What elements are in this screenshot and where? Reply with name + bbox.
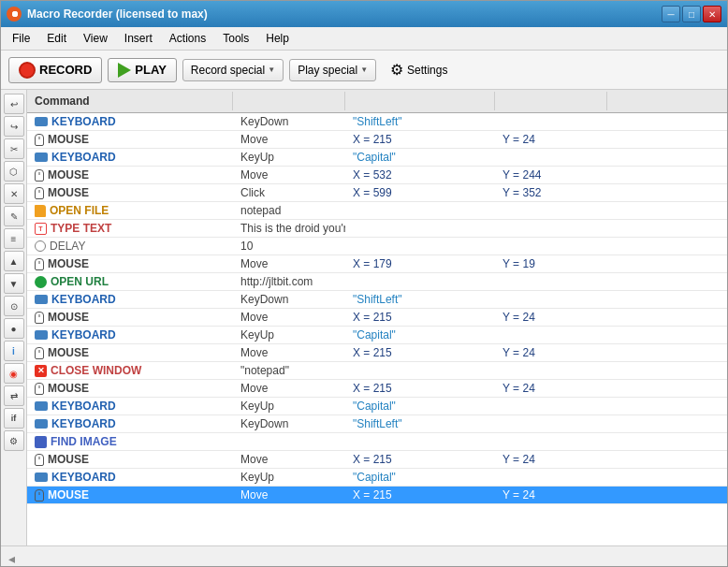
left-tool-redo[interactable]: ↪ bbox=[4, 116, 24, 137]
command-type: MOUSE bbox=[48, 453, 89, 466]
cell-param1: "Capital" bbox=[345, 469, 495, 486]
command-param1: X = 215 bbox=[353, 453, 392, 466]
close-button[interactable]: ✕ bbox=[703, 6, 721, 22]
command-param1: "Capital" bbox=[353, 151, 396, 164]
cell-action: Move bbox=[233, 451, 345, 468]
left-tool-delete[interactable]: ✕ bbox=[4, 183, 24, 204]
command-type: MOUSE bbox=[48, 346, 89, 359]
table-row[interactable]: OPEN FILE notepad bbox=[27, 202, 727, 220]
command-param1: "Capital" bbox=[353, 400, 396, 413]
left-tool-copy[interactable]: ⬡ bbox=[4, 161, 24, 182]
command-type: MOUSE bbox=[48, 488, 89, 502]
gear-icon: ⚙ bbox=[390, 61, 403, 79]
cell-type: MOUSE bbox=[27, 344, 233, 361]
cell-type: MOUSE bbox=[27, 451, 233, 468]
left-tool-prop[interactable]: ≡ bbox=[4, 228, 24, 249]
play-button[interactable]: PLAY bbox=[108, 58, 176, 82]
mouse-icon bbox=[35, 489, 44, 502]
cell-param2 bbox=[495, 433, 607, 450]
menu-view[interactable]: View bbox=[76, 29, 115, 48]
left-tool-down[interactable]: ▼ bbox=[4, 273, 24, 294]
header-param2 bbox=[495, 92, 607, 110]
left-tool-info[interactable]: i bbox=[4, 341, 24, 361]
record-special-dropdown[interactable]: Record special ▼ bbox=[182, 59, 284, 81]
mouse-icon bbox=[35, 134, 44, 146]
maximize-button[interactable]: □ bbox=[682, 6, 701, 22]
cell-param1 bbox=[345, 202, 495, 219]
command-action: notepad bbox=[240, 204, 281, 217]
command-type: CLOSE WINDOW bbox=[51, 364, 141, 377]
table-row[interactable]: KEYBOARD KeyUp "Capital" bbox=[27, 327, 727, 344]
table-row[interactable]: MOUSE Click X = 599 Y = 352 bbox=[27, 184, 727, 202]
menu-actions[interactable]: Actions bbox=[162, 29, 213, 48]
table-row[interactable]: KEYBOARD KeyDown "ShiftLeft" bbox=[27, 113, 727, 131]
cell-action: Move bbox=[233, 309, 345, 326]
settings-button[interactable]: ⚙ Settings bbox=[382, 56, 456, 83]
command-action: KeyDown bbox=[240, 417, 288, 430]
table-row[interactable]: ✕ CLOSE WINDOW "notepad" bbox=[27, 362, 727, 380]
menu-tools[interactable]: Tools bbox=[215, 29, 256, 48]
table-row[interactable]: MOUSE Move X = 215 Y = 24 bbox=[27, 487, 727, 504]
left-tool-settings2[interactable]: ⚙ bbox=[4, 430, 24, 451]
command-type: OPEN FILE bbox=[50, 204, 109, 217]
table-row[interactable]: KEYBOARD KeyDown "ShiftLeft" bbox=[27, 415, 727, 433]
command-param1: X = 179 bbox=[353, 257, 392, 270]
record-label: RECORD bbox=[39, 63, 92, 77]
left-tool-if[interactable]: if bbox=[4, 408, 24, 429]
left-tool-edit[interactable]: ✎ bbox=[4, 206, 24, 226]
keyboard-icon bbox=[35, 153, 48, 162]
left-tool-up[interactable]: ▲ bbox=[4, 251, 24, 271]
table-row[interactable]: DELAY 10 bbox=[27, 238, 727, 255]
left-tool-branch[interactable]: ⇄ bbox=[4, 385, 24, 406]
menu-file[interactable]: File bbox=[5, 29, 37, 48]
command-action: Move bbox=[240, 382, 268, 395]
cell-param1: X = 532 bbox=[345, 167, 495, 183]
table-row[interactable]: KEYBOARD KeyUp "Capital" bbox=[27, 149, 727, 167]
table-row[interactable]: KEYBOARD KeyUp "Capital" bbox=[27, 469, 727, 487]
minimize-button[interactable]: ─ bbox=[662, 6, 680, 22]
table-row[interactable]: MOUSE Move X = 215 Y = 24 bbox=[27, 344, 727, 362]
cell-param2: Y = 24 bbox=[495, 380, 607, 397]
play-special-dropdown[interactable]: Play special ▼ bbox=[289, 59, 376, 81]
record-special-arrow: ▼ bbox=[268, 65, 275, 74]
command-param1: "ShiftLeft" bbox=[353, 115, 402, 128]
cell-action: KeyDown bbox=[233, 291, 345, 308]
command-action: "notepad" bbox=[240, 364, 289, 377]
settings-label: Settings bbox=[407, 64, 447, 77]
table-row[interactable]: KEYBOARD KeyUp "Capital" bbox=[27, 398, 727, 415]
left-tool-undo[interactable]: ↩ bbox=[4, 94, 24, 114]
command-param2: Y = 24 bbox=[502, 311, 535, 324]
menu-help[interactable]: Help bbox=[258, 29, 297, 48]
table-row[interactable]: MOUSE Move X = 215 Y = 24 bbox=[27, 309, 727, 327]
table-row[interactable]: T TYPE TEXT This is the droid you're loo… bbox=[27, 220, 727, 238]
cell-action: Move bbox=[233, 344, 345, 361]
command-param1: "Capital" bbox=[353, 328, 396, 342]
command-type: MOUSE bbox=[48, 311, 89, 324]
cell-action: 10 bbox=[233, 238, 345, 254]
mouse-icon bbox=[35, 169, 44, 182]
left-tool-cut[interactable]: ✂ bbox=[4, 138, 24, 159]
cell-param2 bbox=[495, 469, 607, 486]
cell-type: MOUSE bbox=[27, 184, 233, 201]
command-type: KEYBOARD bbox=[51, 471, 116, 484]
left-tool-record-step[interactable]: ⊙ bbox=[4, 296, 24, 316]
table-row[interactable]: MOUSE Move X = 532 Y = 244 bbox=[27, 167, 727, 184]
menu-insert[interactable]: Insert bbox=[117, 29, 160, 48]
table-row[interactable]: KEYBOARD KeyDown "ShiftLeft" bbox=[27, 291, 727, 309]
cell-param2 bbox=[495, 273, 607, 290]
table-row[interactable]: FIND IMAGE bbox=[27, 433, 727, 451]
record-button[interactable]: RECORD bbox=[8, 57, 102, 83]
table-row[interactable]: MOUSE Move X = 179 Y = 19 bbox=[27, 255, 727, 273]
table-row[interactable]: MOUSE Move X = 215 Y = 24 bbox=[27, 451, 727, 469]
command-action: KeyUp bbox=[240, 471, 274, 484]
left-tool-red[interactable]: ◉ bbox=[4, 363, 24, 384]
cell-type: ✕ CLOSE WINDOW bbox=[27, 362, 233, 379]
cell-param2: Y = 24 bbox=[495, 344, 607, 361]
cell-param1: "ShiftLeft" bbox=[345, 291, 495, 308]
table-row[interactable]: MOUSE Move X = 215 Y = 24 bbox=[27, 380, 727, 398]
status-handle[interactable]: ◂ bbox=[8, 551, 20, 562]
table-row[interactable]: OPEN URL http://jltbit.com bbox=[27, 273, 727, 291]
menu-edit[interactable]: Edit bbox=[39, 29, 74, 48]
left-tool-globe[interactable]: ● bbox=[4, 318, 24, 339]
table-row[interactable]: MOUSE Move X = 215 Y = 24 bbox=[27, 131, 727, 149]
